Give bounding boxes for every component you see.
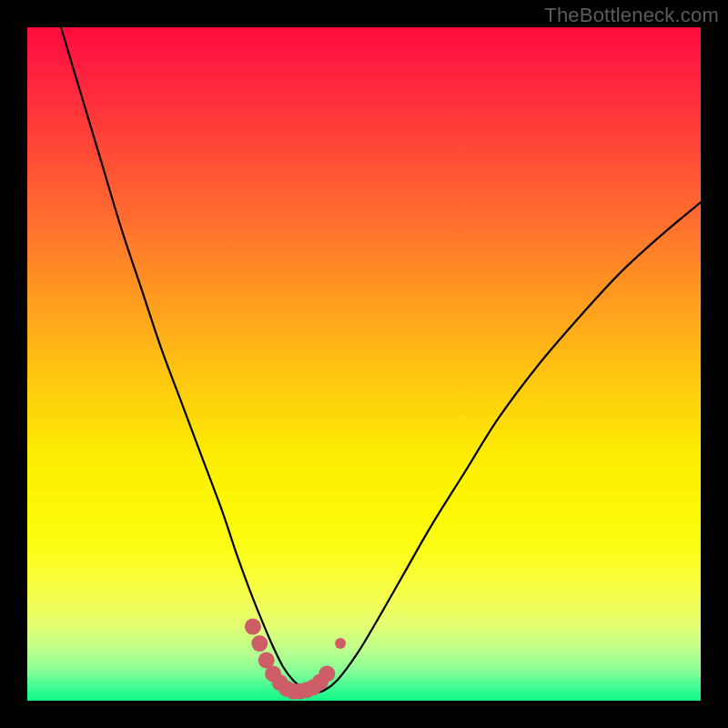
chart-frame: TheBottleneck.com: [0, 0, 728, 728]
highlight-marker: [318, 665, 335, 682]
curve-layer: [27, 27, 701, 701]
highlight-marker: [335, 638, 346, 649]
watermark-text: TheBottleneck.com: [544, 4, 719, 27]
plot-area: [27, 27, 701, 701]
highlight-marker: [251, 635, 268, 652]
bottleneck-curve: [61, 27, 701, 693]
highlight-marker: [245, 619, 261, 635]
